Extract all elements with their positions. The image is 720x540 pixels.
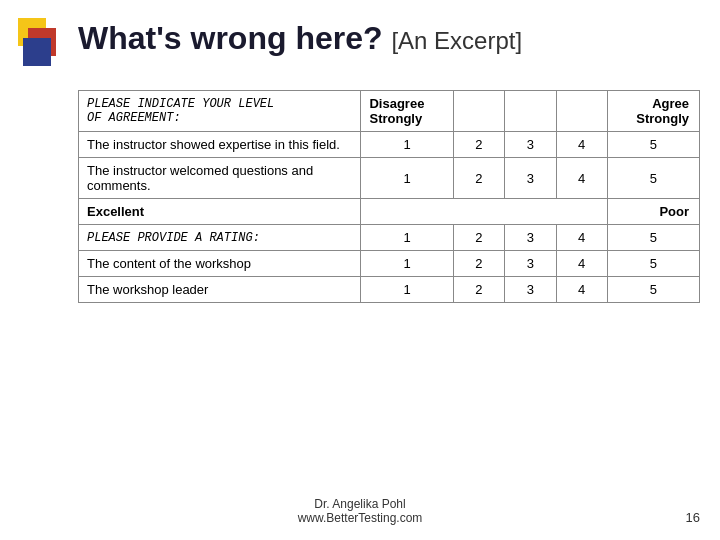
excellent-cell: Excellent bbox=[79, 199, 361, 225]
disagree-cell: DisagreeStrongly bbox=[361, 91, 453, 132]
page-title: What's wrong here? [An Excerpt] bbox=[78, 20, 522, 56]
header-label-cell: PLEASE INDICATE YOUR LEVELOF AGREEMENT: bbox=[79, 91, 361, 132]
quality-row: Excellent Poor bbox=[79, 199, 700, 225]
row2-num3: 3 bbox=[505, 158, 556, 199]
row1-num3: 3 bbox=[505, 132, 556, 158]
agree-label: AgreeStrongly bbox=[636, 96, 689, 126]
leader-num2: 2 bbox=[453, 277, 504, 303]
header-num-2 bbox=[453, 91, 504, 132]
leader-num3: 3 bbox=[505, 277, 556, 303]
blue-square bbox=[23, 38, 51, 66]
row1-num2: 2 bbox=[453, 132, 504, 158]
leader-num1: 1 bbox=[361, 277, 453, 303]
footer-line1: Dr. Angelika Pohl bbox=[314, 497, 405, 511]
content-num1: 1 bbox=[361, 251, 453, 277]
rating-header-label: PLEASE PROVIDE A RATING: bbox=[79, 225, 361, 251]
survey-table-container: PLEASE INDICATE YOUR LEVELOF AGREEMENT: … bbox=[78, 90, 700, 303]
survey-table: PLEASE INDICATE YOUR LEVELOF AGREEMENT: … bbox=[78, 90, 700, 303]
content-num2: 2 bbox=[453, 251, 504, 277]
table-row: The content of the workshop 1 2 3 4 5 bbox=[79, 251, 700, 277]
poor-label: Poor bbox=[659, 204, 689, 219]
row1-num5: 5 bbox=[607, 132, 699, 158]
rating-header-row: PLEASE PROVIDE A RATING: 1 2 3 4 5 bbox=[79, 225, 700, 251]
content-row-label: The content of the workshop bbox=[79, 251, 361, 277]
rating-header-num2: 2 bbox=[453, 225, 504, 251]
row2-num1: 1 bbox=[361, 158, 453, 199]
title-main: What's wrong here? bbox=[78, 20, 383, 56]
table-row: The workshop leader 1 2 3 4 5 bbox=[79, 277, 700, 303]
rating-header-num4: 4 bbox=[556, 225, 607, 251]
table-header-row: PLEASE INDICATE YOUR LEVELOF AGREEMENT: … bbox=[79, 91, 700, 132]
leader-num5: 5 bbox=[607, 277, 699, 303]
footer: Dr. Angelika Pohl www.BetterTesting.com bbox=[0, 497, 720, 525]
title-area: What's wrong here? [An Excerpt] bbox=[78, 20, 700, 57]
rating-header-num5: 5 bbox=[607, 225, 699, 251]
table-row: The instructor welcomed questions and co… bbox=[79, 158, 700, 199]
table-row: The instructor showed expertise in this … bbox=[79, 132, 700, 158]
content-num5: 5 bbox=[607, 251, 699, 277]
rating-label: PLEASE PROVIDE A RATING: bbox=[87, 231, 260, 245]
content-num3: 3 bbox=[505, 251, 556, 277]
disagree-label: DisagreeStrongly bbox=[369, 96, 424, 126]
row1-label: The instructor showed expertise in this … bbox=[79, 132, 361, 158]
row2-num2: 2 bbox=[453, 158, 504, 199]
agreement-label: PLEASE INDICATE YOUR LEVELOF AGREEMENT: bbox=[87, 97, 274, 125]
quality-spacer bbox=[361, 199, 607, 225]
row2-num5: 5 bbox=[607, 158, 699, 199]
row1-num1: 1 bbox=[361, 132, 453, 158]
rating-header-num1: 1 bbox=[361, 225, 453, 251]
leader-num4: 4 bbox=[556, 277, 607, 303]
title-excerpt: [An Excerpt] bbox=[391, 27, 522, 54]
row2-label: The instructor welcomed questions and co… bbox=[79, 158, 361, 199]
content-num4: 4 bbox=[556, 251, 607, 277]
header-num-3 bbox=[505, 91, 556, 132]
agree-cell: AgreeStrongly bbox=[607, 91, 699, 132]
rating-header-num3: 3 bbox=[505, 225, 556, 251]
decorative-squares bbox=[18, 18, 68, 68]
row2-num4: 4 bbox=[556, 158, 607, 199]
poor-cell: Poor bbox=[607, 199, 699, 225]
row1-num4: 4 bbox=[556, 132, 607, 158]
footer-line2: www.BetterTesting.com bbox=[298, 511, 423, 525]
excellent-label: Excellent bbox=[87, 204, 144, 219]
page-number: 16 bbox=[686, 510, 700, 525]
leader-row-label: The workshop leader bbox=[79, 277, 361, 303]
header-num-4 bbox=[556, 91, 607, 132]
